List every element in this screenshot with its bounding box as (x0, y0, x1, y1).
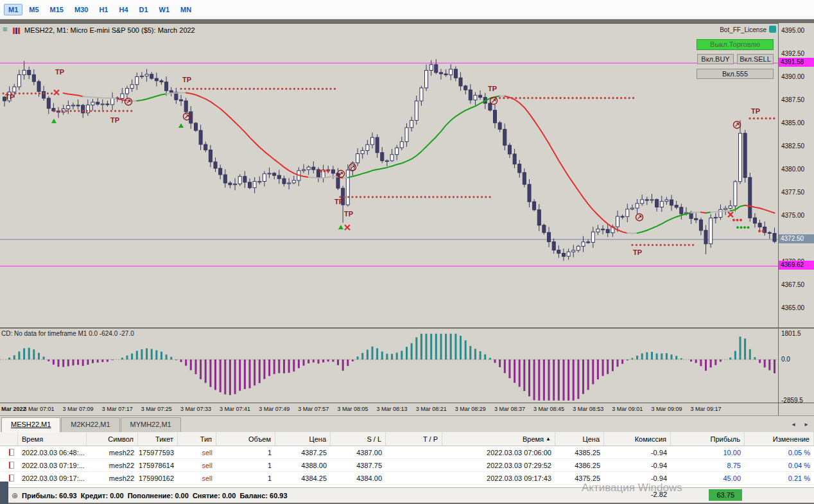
enable-555-button[interactable]: Вкл.555 (697, 69, 774, 79)
column-header[interactable]: T / P (386, 432, 442, 446)
enable-buy-button[interactable]: Вкл.BUY (697, 54, 734, 64)
deal-arrow-icon (492, 100, 496, 103)
column-header[interactable]: Цена (275, 432, 331, 446)
time-axis[interactable]: Mar 20223 Mar 07:013 Mar 07:093 Mar 07:1… (0, 403, 778, 415)
time-axis-label: 3 Mar 07:41 (220, 406, 250, 412)
chart-tab-mesh22[interactable]: MESH22,M1 (1, 417, 60, 432)
price-axis-label: 4395.00 (781, 27, 804, 35)
toggle-trading-button[interactable]: Выкл.Торговлю (697, 39, 774, 50)
table-header-icon-cell (0, 432, 18, 446)
time-axis-label: 3 Mar 08:53 (573, 406, 603, 412)
indicator-canvas[interactable] (0, 329, 778, 403)
deal-icon (9, 449, 14, 456)
tp-label: TP (55, 68, 64, 76)
enable-sell-button[interactable]: Вкл.SELL (737, 54, 774, 64)
deal-cell: 4387.25 (275, 446, 331, 458)
indicator-panel[interactable]: CD: No data for timeframe M1 0.0 -624.0 … (0, 329, 778, 403)
lower-line-price-badge: 4369.62 (779, 261, 814, 270)
close-marker-x-icon (728, 212, 733, 217)
chart-menu-icon[interactable]: ≡ (3, 26, 8, 33)
column-header[interactable]: Объем (216, 432, 275, 446)
chart-tab-mymh22[interactable]: MYMH22,M1 (121, 417, 181, 432)
deal-cell: 2022.03.03 07:19:... (18, 459, 87, 471)
deal-cell: 0.21 % (745, 472, 814, 484)
deal-cell: 4387.00 (331, 446, 386, 458)
time-axis-label: 3 Mar 07:33 (180, 406, 211, 412)
column-header[interactable]: Время (18, 432, 87, 446)
column-header[interactable]: Прибыль (671, 432, 745, 446)
trail-dot-icon (758, 230, 761, 232)
plus-icon[interactable]: ⊕ (12, 491, 18, 500)
column-header[interactable]: Цена (555, 432, 604, 446)
time-axis-label: 3 Mar 08:37 (494, 406, 525, 412)
chart-tab-m2kh22[interactable]: M2KH22,M1 (61, 417, 119, 432)
deal-cell: sell (178, 472, 216, 484)
chart-type-icon[interactable] (13, 28, 20, 34)
deal-arrow-icon (736, 123, 739, 126)
tp-label: TP (344, 210, 353, 218)
time-axis-label: 3 Mar 07:49 (259, 406, 290, 412)
deal-cell: 4384.25 (275, 472, 331, 484)
deal-cell: 2022.03.03 06:48:... (18, 446, 87, 458)
trail-dot-icon (743, 226, 746, 229)
timeframe-button-m5[interactable]: M5 (24, 4, 43, 15)
time-axis-label: 3 Mar 09:09 (651, 406, 682, 412)
time-axis-label: 3 Mar 08:05 (337, 406, 368, 412)
deal-row[interactable]: 2022.03.03 09:17:...mesh22175990162sell1… (0, 472, 814, 485)
total-profit-badge: 63.75 (709, 489, 742, 501)
time-axis-label: 3 Mar 07:57 (298, 406, 329, 412)
timeframe-button-w1[interactable]: W1 (155, 4, 175, 15)
chart-window[interactable]: ≡ MESH22, M1: Micro E-mini S&P 500 ($5):… (0, 23, 778, 327)
column-header[interactable]: Время▲ (442, 432, 555, 446)
deal-cell: 10.00 (671, 446, 745, 458)
column-header[interactable]: Тикет (138, 432, 178, 446)
deal-cell (386, 472, 442, 484)
object-tool-icon[interactable] (769, 26, 776, 33)
column-header[interactable]: Комиссия (604, 432, 671, 446)
deal-row[interactable]: 2022.03.03 07:19:...mesh22175978614sell1… (0, 459, 814, 472)
time-axis-label: 3 Mar 07:09 (63, 406, 94, 412)
deal-cell: 175977593 (138, 446, 178, 458)
upper-line-price-badge: 4391.58 (779, 58, 814, 67)
deal-cell: 4385.25 (555, 446, 604, 458)
tab-scroll-left-icon[interactable]: ◂ (788, 419, 799, 430)
timeframe-button-mn[interactable]: MN (176, 4, 196, 15)
price-axis[interactable]: 4395.004392.504390.004387.504385.004382.… (778, 23, 814, 415)
indicator-axis-label: -2859.5 (781, 397, 803, 404)
deal-cell: 2022.03.03 09:17:43 (442, 472, 555, 484)
time-axis-label: 3 Mar 09:01 (612, 406, 643, 412)
time-axis-label: 3 Mar 07:17 (102, 406, 133, 412)
trail-dot-icon (320, 169, 322, 172)
deal-row[interactable]: 2022.03.03 06:48:...mesh22175977593sell1… (0, 446, 814, 459)
column-header[interactable]: Символ (87, 432, 138, 446)
time-axis-label: 3 Mar 08:21 (416, 406, 447, 412)
timeframe-button-h4[interactable]: H4 (114, 4, 132, 15)
timeframe-button-m1[interactable]: M1 (4, 4, 22, 15)
deal-cell (386, 459, 442, 471)
tab-scroll-right-icon[interactable]: ▸ (801, 419, 811, 430)
deal-cell: 4384.00 (331, 472, 386, 484)
timeframe-button-m15[interactable]: M15 (46, 4, 68, 15)
deal-cell: -0.94 (604, 446, 671, 458)
license-label: Bot_FF_License (720, 26, 766, 33)
trail-dot-icon (327, 169, 329, 172)
deal-cell: 2022.03.03 07:06:00 (442, 446, 555, 458)
price-axis-label: 4385.00 (781, 119, 804, 127)
panel-edge-tab[interactable] (0, 482, 8, 504)
price-axis-label: 4392.50 (781, 50, 804, 58)
deal-icon-cell (0, 459, 18, 471)
deal-cell: sell (178, 459, 216, 471)
timeframe-button-d1[interactable]: D1 (135, 4, 153, 15)
deal-cell: 8.75 (671, 459, 745, 471)
timeframe-button-h1[interactable]: H1 (94, 4, 112, 15)
price-chart-canvas[interactable]: TPTPTPTPTPTPTPTPTP (0, 24, 778, 327)
moving-average-line (64, 92, 775, 233)
trail-dot-icon (324, 169, 326, 172)
timeframe-button-m30[interactable]: M30 (70, 4, 92, 15)
deal-cell: 1 (216, 446, 275, 458)
column-header[interactable]: Тип (178, 432, 216, 446)
horizontal-lines (0, 63, 778, 266)
column-header[interactable]: Изменение (745, 432, 814, 446)
trail-dot-icon (732, 219, 735, 222)
column-header[interactable]: S / L (331, 432, 386, 446)
